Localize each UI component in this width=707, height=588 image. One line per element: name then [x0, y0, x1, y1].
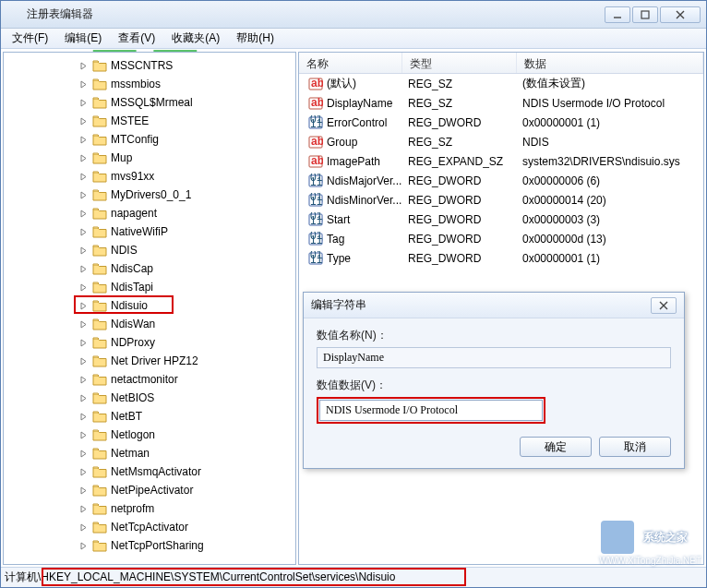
tree-item-label: Netman — [111, 447, 150, 460]
cell-name: (默认) — [327, 76, 356, 91]
tree-pane[interactable]: MSSCNTRSmssmbiosMSSQL$MrmealMSTEEMTConfi… — [3, 52, 296, 565]
maximize-button[interactable] — [632, 6, 658, 23]
tree-item[interactable]: NetMsmqActivator — [4, 462, 295, 481]
folder-icon — [92, 151, 107, 164]
tree-item[interactable]: MSTEE — [4, 112, 295, 130]
col-type[interactable]: 类型 — [402, 53, 517, 73]
list-row[interactable]: TagREG_DWORD0x0000000d (13) — [299, 229, 703, 248]
expander-icon[interactable] — [78, 78, 89, 90]
cell-type: REG_DWORD — [402, 213, 517, 226]
expander-icon[interactable] — [78, 134, 89, 145]
folder-icon — [92, 428, 107, 441]
list-row[interactable]: GroupREG_SZNDIS — [299, 132, 703, 151]
tree-item[interactable]: Netman — [4, 444, 295, 462]
expander-icon[interactable] — [78, 355, 89, 366]
tree-item[interactable]: napagent — [4, 204, 295, 222]
list-row[interactable]: NdisMajorVer...REG_DWORD0x00000006 (6) — [299, 171, 703, 190]
tree-item[interactable]: NdisWan — [4, 315, 295, 333]
expander-icon[interactable] — [78, 392, 89, 403]
cell-name: NdisMinorVer... — [327, 194, 401, 207]
expander-icon[interactable] — [78, 60, 89, 71]
list-row[interactable]: TypeREG_DWORD0x00000001 (1) — [299, 248, 703, 268]
tree-item[interactable]: MTConfig — [4, 130, 295, 149]
expander-icon[interactable] — [78, 152, 89, 163]
col-name[interactable]: 名称 — [299, 53, 402, 73]
expander-icon[interactable] — [78, 374, 89, 385]
expander-icon[interactable] — [78, 540, 89, 551]
tree-item[interactable]: Net Driver HPZ12 — [4, 352, 295, 370]
folder-icon — [92, 502, 107, 515]
tree-item[interactable]: NetTcpActivator — [4, 518, 295, 536]
binary-value-icon — [308, 174, 323, 188]
tree-item[interactable]: NetTcpPortSharing — [4, 536, 295, 555]
tree-item[interactable]: NDIS — [4, 241, 295, 259]
expander-icon[interactable] — [78, 503, 89, 514]
dialog-titlebar[interactable]: 编辑字符串 — [304, 293, 684, 318]
tree-item[interactable]: NDProxy — [4, 333, 295, 352]
list-row[interactable]: (默认)REG_SZ(数值未设置) — [299, 74, 703, 93]
expander-icon[interactable] — [78, 300, 89, 311]
minimize-button[interactable] — [605, 6, 630, 23]
expander-icon[interactable] — [78, 411, 89, 422]
dialog-close-button[interactable] — [651, 297, 677, 314]
tree-item-label: MSSCNTRS — [111, 59, 173, 72]
expander-icon[interactable] — [78, 171, 89, 182]
expander-icon[interactable] — [78, 115, 89, 126]
tree-item[interactable]: NativeWifiP — [4, 222, 295, 241]
menu-favorites[interactable]: 收藏夹(A) — [164, 29, 227, 48]
expander-icon[interactable] — [78, 485, 89, 496]
tree-item[interactable]: NetBIOS — [4, 389, 295, 407]
expander-icon[interactable] — [78, 522, 89, 533]
list-row[interactable]: StartREG_DWORD0x00000003 (3) — [299, 210, 703, 229]
expander-icon[interactable] — [78, 263, 89, 274]
list-row[interactable]: ErrorControlREG_DWORD0x00000001 (1) — [299, 113, 703, 132]
expander-icon[interactable] — [78, 448, 89, 459]
dialog-title: 编辑字符串 — [311, 297, 651, 313]
expander-icon[interactable] — [78, 189, 89, 200]
cell-type: REG_DWORD — [402, 116, 517, 129]
expander-icon[interactable] — [78, 429, 89, 440]
binary-value-icon — [308, 232, 323, 246]
tree-item[interactable]: NdisCap — [4, 259, 295, 278]
tree-item[interactable]: mvs91xx — [4, 167, 295, 186]
tree-item[interactable]: NetBT — [4, 407, 295, 426]
expander-icon[interactable] — [78, 245, 89, 256]
tree-item[interactable]: MSSQL$Mrmeal — [4, 93, 295, 112]
tree-item[interactable]: mssmbios — [4, 75, 295, 93]
expander-icon[interactable] — [78, 282, 89, 293]
tree-item[interactable]: Ndisuio — [4, 296, 295, 315]
menu-view[interactable]: 查看(V) — [111, 29, 162, 48]
col-data[interactable]: 数据 — [517, 53, 703, 73]
list-row[interactable]: NdisMinorVer...REG_DWORD0x00000014 (20) — [299, 190, 703, 210]
tree-item[interactable]: NdisTapi — [4, 278, 295, 296]
expander-icon[interactable] — [78, 208, 89, 219]
cell-data: (数值未设置) — [517, 76, 703, 91]
expander-icon[interactable] — [78, 226, 89, 237]
expander-icon[interactable] — [78, 97, 89, 108]
tree-item[interactable]: MSSCNTRS — [4, 56, 295, 75]
tree-item[interactable]: netprofm — [4, 499, 295, 518]
tree-item[interactable]: MyDrivers0_0_1 — [4, 186, 295, 204]
expander-icon[interactable] — [78, 337, 89, 348]
folder-icon — [92, 465, 107, 478]
cancel-button[interactable]: 取消 — [599, 437, 671, 457]
menu-edit[interactable]: 编辑(E) — [57, 29, 109, 48]
expander-icon[interactable] — [78, 466, 89, 477]
value-data-label: 数值数据(V)： — [317, 378, 671, 393]
folder-icon — [92, 299, 107, 312]
ok-button[interactable]: 确定 — [520, 437, 592, 457]
titlebar[interactable]: 注册表编辑器 — [1, 1, 706, 29]
tree-item[interactable]: Netlogon — [4, 426, 295, 444]
close-button[interactable] — [660, 6, 701, 23]
tree-item[interactable]: Mup — [4, 149, 295, 167]
list-row[interactable]: DisplayNameREG_SZNDIS Usermode I/O Proto… — [299, 93, 703, 113]
list-row[interactable]: ImagePathREG_EXPAND_SZsystem32\DRIVERS\n… — [299, 151, 703, 171]
value-data-input[interactable] — [319, 400, 543, 421]
menu-file[interactable]: 文件(F) — [5, 29, 55, 48]
tree-item[interactable]: NetPipeActivator — [4, 481, 295, 499]
tree-item[interactable]: netactmonitor — [4, 370, 295, 389]
folder-icon — [92, 539, 107, 552]
menu-help[interactable]: 帮助(H) — [229, 29, 282, 48]
expander-icon[interactable] — [78, 318, 89, 330]
cell-data: NDIS — [517, 136, 703, 149]
